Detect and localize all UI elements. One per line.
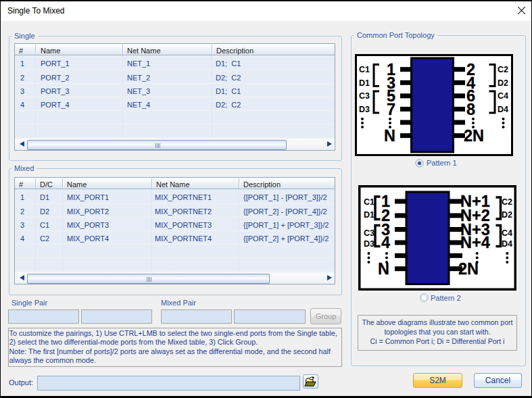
svg-text:N+4: N+4 [460, 234, 490, 251]
svg-text:D2: D2 [498, 78, 508, 88]
svg-text:N: N [384, 127, 395, 145]
svg-text:2N: 2N [458, 260, 479, 278]
svg-text:4: 4 [381, 234, 390, 251]
svg-text:D2: D2 [502, 210, 512, 220]
svg-text:C2: C2 [498, 65, 508, 74]
svg-text:D1: D1 [364, 210, 374, 220]
svg-text:C1: C1 [359, 65, 370, 74]
svg-text:C3: C3 [364, 228, 374, 238]
svg-text:C1: C1 [364, 197, 374, 207]
svg-text:7: 7 [387, 101, 395, 118]
svg-text:D4: D4 [502, 239, 512, 249]
svg-text:C3: C3 [359, 91, 370, 101]
svg-text:C4: C4 [498, 91, 508, 101]
svg-text:D4: D4 [498, 105, 508, 114]
svg-text:C4: C4 [502, 228, 512, 238]
svg-text:D1: D1 [359, 78, 370, 88]
svg-text:2N: 2N [464, 127, 484, 145]
svg-text:D3: D3 [364, 239, 374, 249]
svg-text:8: 8 [466, 101, 475, 118]
svg-text:D3: D3 [359, 105, 370, 114]
svg-text:C2: C2 [502, 197, 512, 207]
